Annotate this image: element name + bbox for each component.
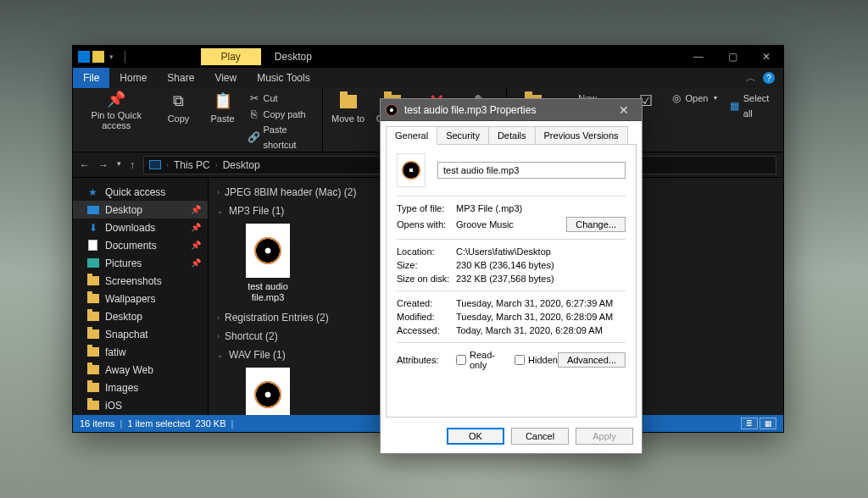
- pin-label: Pin to Quick access: [80, 110, 153, 130]
- change-button[interactable]: Change...: [566, 217, 626, 232]
- label-type: Type of file:: [397, 203, 456, 213]
- sidebar-item-march[interactable]: March 2 - 6: [73, 414, 208, 415]
- copy-path-button[interactable]: ⎘Copy path: [248, 108, 315, 123]
- sidebar-item-desktop2[interactable]: Desktop: [73, 307, 208, 325]
- thumbnails-view-button[interactable]: ▦: [760, 418, 776, 429]
- paste-shortcut-icon: 🔗: [248, 132, 260, 144]
- chevron-right-icon: ›: [217, 188, 220, 196]
- label-opens-with: Opens with:: [397, 219, 456, 230]
- location-icon: [149, 160, 161, 169]
- copy-path-icon: ⎘: [248, 108, 260, 120]
- dialog-close-button[interactable]: ✕: [611, 103, 637, 117]
- app-icon[interactable]: [78, 51, 90, 63]
- paste-shortcut-button[interactable]: 🔗Paste shortcut: [248, 123, 315, 152]
- contextual-tab-play[interactable]: Play: [201, 48, 261, 65]
- maximize-button[interactable]: ▢: [715, 46, 749, 68]
- audio-disc-icon: [254, 381, 281, 408]
- file-type-icon: [397, 153, 426, 187]
- forward-button[interactable]: →: [98, 159, 108, 171]
- pin-icon: 📌: [191, 223, 201, 232]
- minimize-button[interactable]: —: [682, 46, 715, 68]
- tab-share[interactable]: Share: [157, 68, 204, 88]
- copy-label: Copy: [168, 113, 190, 124]
- close-button[interactable]: ✕: [749, 46, 783, 68]
- breadcrumb-leaf[interactable]: Desktop: [223, 159, 260, 171]
- dialog-body: Type of file:MP3 File (.mp3) Opens with:…: [386, 144, 637, 418]
- copy-button[interactable]: ⧉ Copy: [160, 91, 198, 124]
- scissors-icon: ✂: [248, 93, 260, 105]
- value-size-on-disk: 232 KB (237,568 bytes): [456, 274, 626, 284]
- advanced-button[interactable]: Advanced...: [558, 352, 626, 368]
- ok-button[interactable]: OK: [447, 428, 504, 445]
- ribbon-collapse-icon[interactable]: ︿: [746, 71, 756, 86]
- file-item-wav[interactable]: [234, 368, 302, 415]
- select-all-button[interactable]: ▦Select all: [729, 91, 776, 121]
- cancel-button[interactable]: Cancel: [511, 428, 569, 445]
- sidebar: ★Quick access Desktop📌 ⬇Downloads📌 Docum…: [73, 178, 209, 415]
- qat-overflow-icon[interactable]: ▾: [109, 53, 114, 61]
- help-icon[interactable]: ?: [763, 72, 775, 84]
- quick-access-toolbar: ▾ │: [73, 51, 129, 63]
- file-name-label: test audio file.mp3: [234, 281, 302, 303]
- sidebar-item-snapchat[interactable]: Snapchat: [73, 325, 208, 343]
- readonly-checkbox[interactable]: Read-only: [456, 350, 504, 370]
- tab-details[interactable]: Details: [488, 126, 536, 145]
- chevron-down-icon: ⌄: [217, 351, 224, 359]
- tab-security[interactable]: Security: [437, 126, 489, 145]
- open-icon: ◎: [670, 93, 682, 105]
- open-button[interactable]: ◎Open▾: [670, 91, 718, 107]
- chevron-right-icon: ›: [217, 313, 220, 322]
- paste-label: Paste: [210, 113, 234, 124]
- sidebar-item-ios[interactable]: iOS: [73, 396, 208, 414]
- pin-icon: 📌: [191, 258, 201, 268]
- sidebar-item-pictures[interactable]: Pictures📌: [73, 254, 208, 272]
- ribbon-tabs: File Home Share View Music Tools ︿ ?: [73, 68, 783, 88]
- documents-icon: [88, 240, 97, 251]
- move-to-icon: [338, 91, 359, 112]
- chevron-down-icon: ⌄: [217, 207, 224, 215]
- tab-music-tools[interactable]: Music Tools: [247, 68, 320, 88]
- tab-view[interactable]: View: [204, 68, 247, 88]
- cut-button[interactable]: ✂Cut: [248, 91, 315, 107]
- downloads-icon: ⬇: [86, 221, 99, 234]
- sidebar-item-away-web[interactable]: Away Web: [73, 361, 208, 379]
- history-dropdown[interactable]: ▾: [117, 159, 121, 171]
- value-created: Tuesday, March 31, 2020, 6:27:39 AM: [456, 298, 626, 308]
- sidebar-item-images[interactable]: Images: [73, 379, 208, 396]
- paste-button[interactable]: 📋 Paste: [204, 91, 242, 124]
- value-accessed: Today, March 31, 2020, 6:28:09 AM: [456, 325, 626, 335]
- qat-folder-icon[interactable]: [92, 51, 104, 63]
- folder-icon: [87, 276, 99, 285]
- move-to-button[interactable]: Move to: [330, 91, 367, 124]
- filename-input[interactable]: [437, 162, 626, 179]
- apply-button[interactable]: Apply: [576, 428, 633, 445]
- pictures-icon: [87, 258, 99, 268]
- hidden-checkbox[interactable]: Hidden: [515, 355, 558, 365]
- sidebar-quick-access[interactable]: ★Quick access: [73, 183, 208, 201]
- pin-icon: 📌: [191, 241, 201, 250]
- up-button[interactable]: ↑: [130, 159, 135, 171]
- desktop-icon: [87, 206, 99, 214]
- tab-general[interactable]: General: [386, 126, 437, 145]
- sidebar-item-wallpapers[interactable]: Wallpapers: [73, 290, 208, 307]
- value-location: C:\Users\fatiw\Desktop: [456, 246, 626, 257]
- sidebar-item-desktop[interactable]: Desktop📌: [73, 201, 208, 219]
- breadcrumb-root[interactable]: This PC: [174, 159, 210, 171]
- tab-file[interactable]: File: [73, 68, 109, 88]
- sidebar-item-fatiw[interactable]: fatiw: [73, 343, 208, 361]
- status-selected: 1 item selected: [127, 418, 190, 429]
- tab-home[interactable]: Home: [109, 68, 157, 88]
- file-item-mp3[interactable]: test audio file.mp3: [234, 224, 302, 303]
- paste-icon: 📋: [213, 91, 233, 112]
- value-opens-with: Groove Music: [456, 219, 566, 230]
- dialog-buttons: OK Cancel Apply: [381, 423, 642, 453]
- sidebar-item-documents[interactable]: Documents📌: [73, 236, 208, 254]
- dialog-title: test audio file.mp3 Properties: [404, 104, 536, 116]
- tab-previous-versions[interactable]: Previous Versions: [535, 126, 628, 145]
- sidebar-item-downloads[interactable]: ⬇Downloads📌: [73, 219, 208, 236]
- sidebar-item-screenshots[interactable]: Screenshots: [73, 272, 208, 290]
- properties-dialog: test audio file.mp3 Properties ✕ General…: [380, 98, 643, 454]
- back-button[interactable]: ←: [80, 159, 90, 171]
- details-view-button[interactable]: ≣: [741, 418, 758, 429]
- pin-to-quick-access-button[interactable]: 📌 Pin to Quick access: [80, 91, 153, 130]
